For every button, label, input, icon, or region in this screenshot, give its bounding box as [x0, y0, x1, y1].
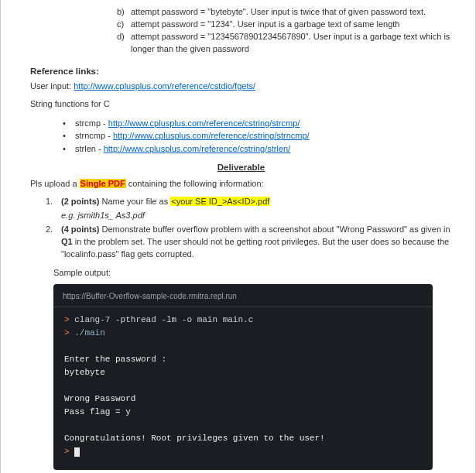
num-marker: 2.: [46, 224, 61, 261]
fn-name: strcmp -: [75, 118, 108, 128]
terminal-blank: [64, 379, 422, 392]
terminal-url: https://Buffer-Overflow-sample-code.rmit…: [63, 292, 237, 300]
fn-name: strlen -: [75, 144, 104, 153]
attempt-item-c: c) attempt password = "1234". User input…: [117, 19, 452, 31]
user-input-label: User input:: [30, 81, 74, 91]
sample-output-label: Sample output:: [53, 267, 452, 279]
terminal-url-bar: https://Buffer-Overflow-sample-code.rmit…: [53, 287, 433, 308]
terminal-container: https://Buffer-Overflow-sample-code.rmit…: [53, 284, 452, 470]
pls-upload-line: Pls upload a Single PDF containing the f…: [30, 178, 452, 190]
list-marker: b): [117, 6, 131, 19]
item2-text-b: in the problem set. The user should not …: [61, 237, 449, 259]
bullet-icon: •: [63, 142, 75, 156]
points-2: (4 points): [61, 225, 100, 234]
string-fn-label: String functions for C: [30, 98, 452, 110]
item2-text-a: Demonstrate buffer overflow problem with…: [100, 225, 450, 234]
deliverable-heading: Deliverable: [30, 163, 452, 172]
user-input-link[interactable]: http://www.cplusplus.com/reference/cstdi…: [74, 81, 255, 91]
q1-bold: Q1: [61, 237, 73, 246]
item1-prefix: Name your file as: [100, 197, 171, 206]
pls-suffix: containing the following information:: [126, 179, 264, 188]
num-marker: 1.: [46, 196, 61, 222]
terminal-body: > clang-7 -pthread -lm -o main main.c > …: [53, 307, 433, 462]
strlen-link[interactable]: http://www.cplusplus.com/reference/cstri…: [104, 144, 290, 153]
terminal-blank: [64, 419, 422, 432]
terminal-cmd: ./main: [74, 328, 105, 338]
deliverable-item-1: 1. (2 points) Name your file as <your SE…: [46, 196, 452, 222]
list-marker: c): [117, 19, 131, 31]
user-input-line: User input: http://www.cplusplus.com/ref…: [30, 81, 452, 92]
attempt-text: attempt password = "1234". User input is…: [131, 19, 452, 31]
pls-prefix: Pls upload a: [30, 179, 80, 188]
terminal-line: > ./main: [64, 327, 422, 340]
points-1: (2 points): [61, 197, 100, 206]
terminal-line: Congratulations! Root privileges given t…: [64, 432, 422, 445]
bullet-strlen: • strlen - http://www.cplusplus.com/refe…: [63, 142, 452, 156]
item1-example: e.g. jsmith1s_ As3.pdf: [61, 210, 452, 222]
string-fn-bullets: • strcmp - http://www.cplusplus.com/refe…: [63, 117, 452, 156]
terminal-line: Wrong Password: [64, 392, 422, 406]
bullet-icon: •: [63, 129, 75, 142]
fn-name: strncmp -: [75, 131, 113, 140]
terminal-line: >: [64, 445, 422, 458]
attempt-text: attempt password = "12345678901234567890…: [131, 31, 452, 56]
terminal: https://Buffer-Overflow-sample-code.rmit…: [53, 284, 433, 470]
prompt-icon: >: [64, 328, 74, 338]
terminal-line: Enter the password :: [64, 353, 422, 366]
terminal-line: Pass flag = y: [64, 406, 422, 419]
deliverable-list: 1. (2 points) Name your file as <your SE…: [46, 196, 452, 261]
attempt-item-d: d) attempt password = "12345678901234567…: [117, 31, 452, 56]
attempt-list: b) attempt password = "bytebyte". User i…: [117, 6, 452, 56]
document-page: b) attempt password = "bytebyte". User i…: [0, 0, 476, 473]
strcmp-link[interactable]: http://www.cplusplus.com/reference/cstri…: [108, 118, 300, 128]
bullet-icon: •: [63, 117, 75, 130]
filename-highlight: <your SE ID_>As<ID>.pdf: [170, 197, 270, 206]
cursor-icon: [74, 447, 80, 457]
reference-heading: Reference links:: [30, 67, 452, 76]
terminal-line: bytebyte: [64, 366, 422, 379]
strncmp-link[interactable]: http://www.cplusplus.com/reference/cstri…: [113, 131, 310, 140]
prompt-icon: >: [64, 315, 74, 324]
deliverable-item-2: 2. (4 points) Demonstrate buffer overflo…: [46, 224, 452, 261]
attempt-item-b: b) attempt password = "bytebyte". User i…: [117, 6, 452, 19]
prompt-icon: >: [64, 447, 74, 456]
terminal-line: > clang-7 -pthread -lm -o main main.c: [64, 314, 422, 327]
bullet-strncmp: • strncmp - http://www.cplusplus.com/ref…: [63, 129, 452, 142]
list-marker: d): [117, 31, 131, 56]
terminal-cmd: clang-7 -pthread -lm -o main main.c: [74, 315, 253, 324]
single-pdf-highlight: Single PDF: [80, 179, 126, 188]
terminal-blank: [64, 340, 422, 353]
attempt-text: attempt password = "bytebyte". User inpu…: [131, 6, 452, 19]
bullet-strcmp: • strcmp - http://www.cplusplus.com/refe…: [63, 117, 452, 130]
